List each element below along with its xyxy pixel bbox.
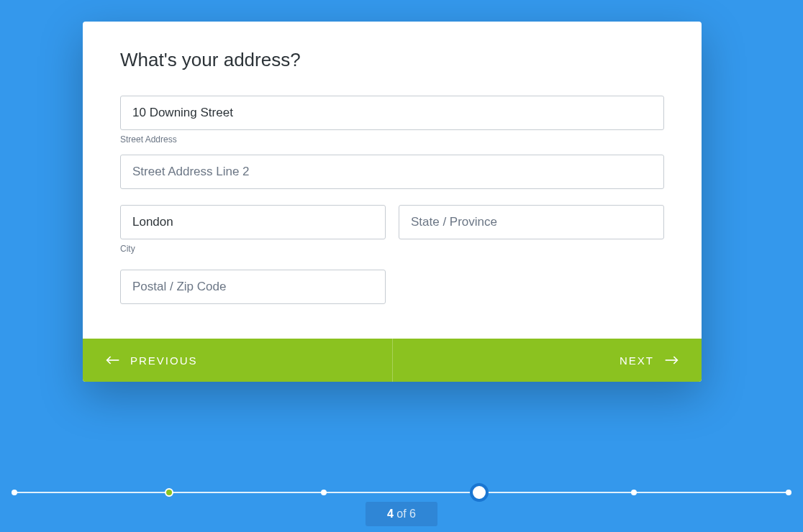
previous-button[interactable]: PREVIOUS <box>83 339 393 382</box>
arrow-left-icon <box>106 355 120 365</box>
page-title: What's your address? <box>120 49 664 71</box>
progress-track <box>14 492 789 493</box>
city-sublabel: City <box>120 244 386 254</box>
street2-input[interactable] <box>120 155 664 189</box>
progress-of: of <box>394 508 409 520</box>
previous-label: PREVIOUS <box>130 354 198 367</box>
postal-field <box>120 270 386 304</box>
progress-bar <box>14 482 789 503</box>
progress-badge: 4 of 6 <box>366 502 437 526</box>
next-label: NEXT <box>620 354 654 367</box>
progress-total: 6 <box>409 508 416 520</box>
progress-step-5[interactable] <box>631 490 637 495</box>
street2-field <box>120 155 664 189</box>
arrow-right-icon <box>664 355 679 365</box>
progress-step-3[interactable] <box>321 490 327 495</box>
state-input[interactable] <box>399 205 664 239</box>
city-input[interactable] <box>120 205 386 239</box>
progress-step-6[interactable] <box>786 490 791 495</box>
progress-step-4[interactable] <box>470 483 489 502</box>
city-field: City <box>120 205 386 264</box>
state-field <box>399 205 664 264</box>
form-card: What's your address? Street Address City <box>83 22 702 382</box>
nav-footer: PREVIOUS NEXT <box>83 339 702 382</box>
progress-step-1[interactable] <box>12 490 17 495</box>
street-sublabel: Street Address <box>120 134 664 145</box>
street-input[interactable] <box>120 96 664 130</box>
progress-current: 4 <box>387 508 394 520</box>
progress-step-2[interactable] <box>165 488 173 497</box>
next-button[interactable]: NEXT <box>393 339 702 382</box>
street-field: Street Address <box>120 96 664 145</box>
postal-input[interactable] <box>120 270 386 304</box>
